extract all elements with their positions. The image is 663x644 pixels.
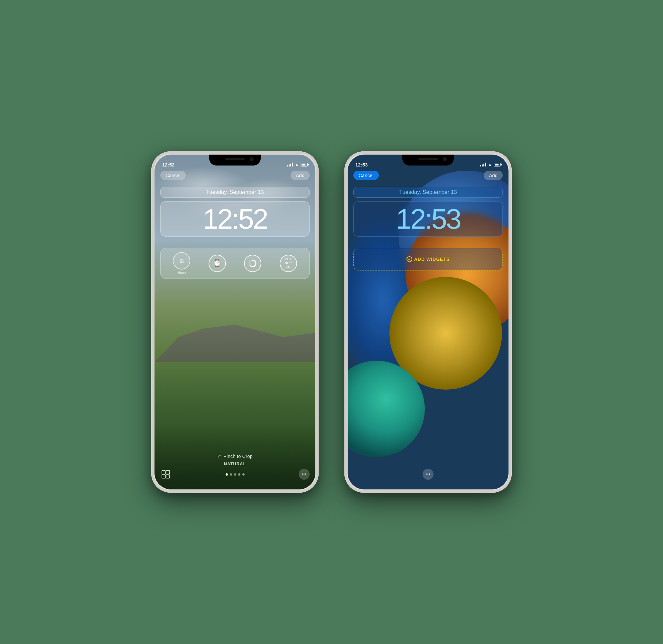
time-display-1: 12:52 xyxy=(166,205,304,233)
widget-activity-circle xyxy=(244,255,261,272)
widget-none[interactable]: ⊞ None xyxy=(173,252,190,275)
more-button-2[interactable]: ••• xyxy=(422,469,434,480)
svg-rect-3 xyxy=(166,470,169,474)
signal-bar-4 xyxy=(292,163,293,166)
time-display-2: 12:53 xyxy=(359,205,497,233)
date-label-2: Tuesday, September 13 xyxy=(353,187,503,198)
battery-icon-2 xyxy=(494,163,501,166)
status-time-2: 12:53 xyxy=(355,162,368,168)
svg-rect-2 xyxy=(162,470,165,474)
dot-1 xyxy=(226,473,228,475)
svg-rect-5 xyxy=(166,475,169,478)
iphone-2-screen: 12:53 ▲ Cancel Add T xyxy=(348,155,508,489)
widgets-row-1: ⊞ None ⌚ xyxy=(160,248,310,279)
cancel-button-2[interactable]: Cancel xyxy=(353,171,379,180)
signal-bar-3 xyxy=(290,163,291,166)
battery-fill-2 xyxy=(495,163,499,165)
crop-icon: ⤢ xyxy=(217,453,222,459)
camera-icon xyxy=(250,157,254,161)
signal-bars-2 xyxy=(480,163,486,166)
time-widget-1: 12:52 xyxy=(160,201,310,237)
signal-bar-2 xyxy=(289,164,290,166)
notch-2 xyxy=(402,155,454,165)
speaker-icon-2 xyxy=(418,158,438,160)
top-buttons-1: Cancel Add xyxy=(155,171,315,180)
top-buttons-2: Cancel Add xyxy=(348,171,508,180)
widget-none-label: None xyxy=(177,271,186,275)
bottom-bar-2: ••• xyxy=(348,469,508,480)
gallery-icon[interactable] xyxy=(160,469,171,480)
time-widget-2: 12:53 xyxy=(353,201,503,237)
dot-2 xyxy=(230,473,232,475)
phone1-ui: Cancel Add Tuesday, September 13 12:52 ⊞… xyxy=(155,155,315,489)
signal-bar-2-1 xyxy=(480,165,481,166)
dot-5 xyxy=(242,473,245,475)
add-button-1[interactable]: Add xyxy=(291,171,310,180)
battery-icon-1 xyxy=(301,163,308,166)
date-label-1: Tuesday, September 13 xyxy=(160,187,310,198)
camera-icon-2 xyxy=(443,157,447,161)
signal-bars-1 xyxy=(287,163,293,166)
widget-watch[interactable]: ⌚ xyxy=(209,255,226,272)
signal-bar-1 xyxy=(287,165,288,166)
add-widgets-area[interactable]: + ADD WIDGETS xyxy=(353,248,503,270)
status-icons-2: ▲ xyxy=(480,162,501,167)
status-time-1: 12:52 xyxy=(162,162,175,168)
more-button-1[interactable]: ••• xyxy=(299,469,310,480)
widget-none-circle: ⊞ xyxy=(173,252,190,269)
bottom-bar-1: ⤢ Pinch to Crop NATURAL xyxy=(155,425,315,489)
filter-label: NATURAL xyxy=(224,461,246,466)
iphone-1-screen: 12:52 ▲ Cancel Add T xyxy=(155,155,315,489)
iphone-2: 12:53 ▲ Cancel Add T xyxy=(344,151,512,493)
cancel-button-1[interactable]: Cancel xyxy=(160,171,186,180)
activity-ring-icon xyxy=(248,259,257,268)
dot-4 xyxy=(238,473,241,475)
signal-bar-2-2 xyxy=(482,164,483,166)
status-icons-1: ▲ xyxy=(287,162,308,167)
dots-row: ••• xyxy=(155,469,315,480)
notch xyxy=(209,155,261,165)
widget-activity[interactable] xyxy=(244,255,261,272)
speaker-icon xyxy=(225,158,245,160)
gallery-icon-svg xyxy=(161,470,170,479)
add-button-2[interactable]: Add xyxy=(484,171,503,180)
widget-cup[interactable]: CUP 10:52 AM xyxy=(280,255,297,272)
signal-bar-2-4 xyxy=(485,163,486,166)
wifi-icon-2: ▲ xyxy=(487,162,492,167)
battery-fill-1 xyxy=(302,163,306,165)
add-widgets-label: + ADD WIDGETS xyxy=(407,256,450,262)
widget-cup-circle: CUP 10:52 AM xyxy=(280,255,297,272)
signal-bar-2-3 xyxy=(483,163,484,166)
iphone-1: 12:52 ▲ Cancel Add T xyxy=(151,151,319,493)
phone2-ui: Cancel Add Tuesday, September 13 12:53 +… xyxy=(348,155,508,489)
wifi-icon-1: ▲ xyxy=(295,162,299,167)
plus-circle-icon: + xyxy=(407,256,412,262)
svg-rect-4 xyxy=(162,475,165,478)
widget-watch-circle: ⌚ xyxy=(209,255,226,272)
dot-3 xyxy=(234,473,236,475)
pinch-to-crop-label: ⤢ Pinch to Crop xyxy=(217,453,253,459)
